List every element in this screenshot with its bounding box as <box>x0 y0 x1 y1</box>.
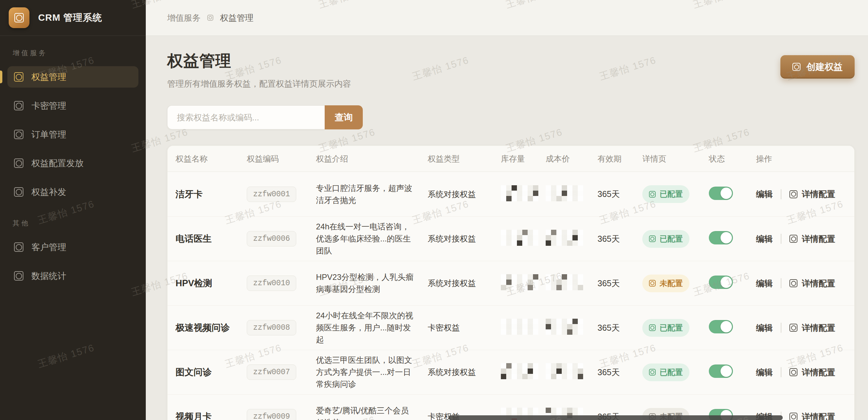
toggle-knob <box>720 232 732 243</box>
square-circle-icon <box>14 158 23 168</box>
create-benefit-button[interactable]: 创建权益 <box>780 55 855 79</box>
action-divider <box>781 234 781 244</box>
sidebar-item-customers[interactable]: 客户管理 <box>7 236 138 258</box>
app-logo <box>9 7 29 28</box>
benefit-code: zzfw0006 <box>247 231 296 246</box>
detail-config-link[interactable]: 详情配置 <box>789 322 835 333</box>
sidebar-item-card-codes[interactable]: 卡密管理 <box>7 95 138 116</box>
status-toggle[interactable] <box>709 364 733 378</box>
status-toggle[interactable] <box>709 320 733 333</box>
sidebar-item-label: 客户管理 <box>31 241 66 253</box>
benefit-name: 洁牙卡 <box>176 188 247 200</box>
table-body: 洁牙卡 zzfw0001 专业口腔洁牙服务，超声波洁牙含抛光 系统对接权益 36… <box>167 172 854 420</box>
sidebar-item-benefits[interactable]: 权益管理 <box>7 66 138 88</box>
cost-censored-value <box>546 363 583 379</box>
sidebar-item-label: 订单管理 <box>31 129 66 141</box>
sidebar-item-stats[interactable]: 数据统计 <box>7 265 138 287</box>
app-logo-icon <box>14 13 24 22</box>
action-divider <box>781 189 781 199</box>
edit-link[interactable]: 编辑 <box>756 189 773 200</box>
detail-config-icon <box>789 279 798 287</box>
detail-status-badge: 已配置 <box>642 319 689 337</box>
cost-censored-value <box>546 230 583 246</box>
benefit-code: zzfw0010 <box>247 275 296 291</box>
stock-censored-value <box>501 274 538 290</box>
page-title: 权益管理 <box>167 51 351 71</box>
detail-status-badge: 已配置 <box>642 185 689 203</box>
action-divider <box>781 323 781 333</box>
create-benefit-icon <box>793 63 801 71</box>
column-header: 详情页 <box>642 153 709 164</box>
edit-link[interactable]: 编辑 <box>756 322 773 333</box>
detail-status-icon <box>649 280 656 287</box>
sidebar-item-orders[interactable]: 订单管理 <box>7 124 138 145</box>
benefit-description: 专业口腔洁牙服务，超声波洁牙含抛光 <box>316 182 428 206</box>
search-button[interactable]: 查询 <box>325 105 363 129</box>
column-header: 权益介绍 <box>316 153 428 164</box>
detail-status-label: 未配置 <box>660 278 683 289</box>
detail-status-label: 已配置 <box>660 234 683 244</box>
detail-status-badge: 未配置 <box>642 274 689 292</box>
column-header: 库存量 <box>501 153 546 164</box>
detail-config-icon <box>789 235 798 243</box>
cost-censored-value <box>546 274 583 290</box>
sidebar-item-label: 权益配置发放 <box>31 157 84 169</box>
toggle-knob <box>720 276 732 288</box>
table-row: HPV检测 zzfw0010 HPV23分型检测，人乳头瘤病毒基因分型检测 系统… <box>167 261 854 305</box>
table-row: 极速视频问诊 zzfw0008 24小时在线全年不限次的视频医生服务，用户...… <box>167 305 854 350</box>
column-header: 权益类型 <box>428 153 501 164</box>
square-circle-icon <box>14 187 23 197</box>
detail-config-link[interactable]: 详情配置 <box>789 233 835 244</box>
sidebar-item-label: 卡密管理 <box>31 100 66 112</box>
benefit-name: HPV检测 <box>176 277 247 289</box>
benefit-code: zzfw0007 <box>247 364 296 380</box>
sidebar: CRM 管理系统 增值服务权益管理卡密管理订单管理权益配置发放权益补发其他客户管… <box>0 0 146 420</box>
detail-config-link[interactable]: 详情配置 <box>789 411 835 420</box>
edit-link[interactable]: 编辑 <box>756 278 773 289</box>
edit-link[interactable]: 编辑 <box>756 233 773 244</box>
detail-config-label: 详情配置 <box>802 189 835 200</box>
square-circle-icon <box>14 72 23 82</box>
benefit-code: zzfw0001 <box>247 187 296 202</box>
horizontal-scrollbar[interactable] <box>448 415 783 420</box>
edit-link[interactable]: 编辑 <box>756 367 773 378</box>
detail-config-link[interactable]: 详情配置 <box>789 278 835 289</box>
column-header: 状态 <box>709 153 756 164</box>
search-input[interactable] <box>167 105 325 129</box>
benefit-type: 卡密权益 <box>428 322 501 333</box>
detail-config-link[interactable]: 详情配置 <box>789 367 835 378</box>
square-circle-icon <box>14 101 23 110</box>
benefit-description: HPV23分型检测，人乳头瘤病毒基因分型检测 <box>316 271 428 295</box>
sidebar-item-config-grant[interactable]: 权益配置发放 <box>7 152 138 174</box>
column-header: 有效期 <box>597 153 642 164</box>
benefit-name: 图文问诊 <box>176 366 247 378</box>
search-bar: 查询 <box>167 105 363 129</box>
column-header: 权益编码 <box>247 153 316 164</box>
sidebar-item-reissue[interactable]: 权益补发 <box>7 181 138 203</box>
breadcrumb-current: 权益管理 <box>220 12 253 23</box>
status-toggle[interactable] <box>709 187 733 200</box>
benefit-type: 系统对接权益 <box>428 367 501 378</box>
validity: 365天 <box>597 322 642 333</box>
breadcrumb-parent[interactable]: 增值服务 <box>167 12 200 23</box>
sidebar-section-label: 其他 <box>13 219 138 228</box>
detail-status-icon <box>649 191 656 198</box>
page-header-text: 权益管理 管理所有增值服务权益，配置权益详情页展示内容 <box>167 51 351 89</box>
column-header: 操作 <box>756 153 846 164</box>
benefit-description: 24小时在线全年不限次的视频医生服务，用户...随时发起 <box>316 310 428 346</box>
detail-config-label: 详情配置 <box>802 411 835 420</box>
detail-config-link[interactable]: 详情配置 <box>789 189 835 200</box>
sidebar-item-label: 权益补发 <box>31 186 66 198</box>
status-toggle[interactable] <box>709 231 733 244</box>
benefit-name: 极速视频问诊 <box>176 322 247 334</box>
topbar: 增值服务 权益管理 <box>146 0 868 36</box>
stock-censored-value <box>501 319 538 335</box>
toggle-knob <box>720 188 732 199</box>
table-row: 图文问诊 zzfw0007 优选三甲医生团队，以图文方式为客户提供一...对一日… <box>167 350 854 394</box>
page-subtitle: 管理所有增值服务权益，配置权益详情页展示内容 <box>167 78 351 89</box>
detail-config-label: 详情配置 <box>802 233 835 244</box>
benefit-name: 视频月卡 <box>176 411 247 420</box>
benefit-code: zzfw0009 <box>247 409 296 420</box>
status-toggle[interactable] <box>709 275 733 289</box>
detail-status-icon <box>649 324 656 331</box>
